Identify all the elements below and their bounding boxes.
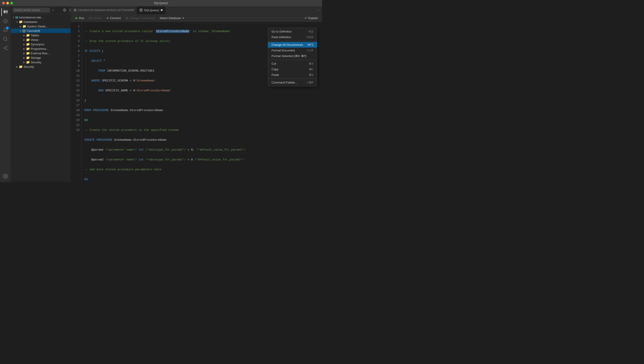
ctx-copy[interactable]: Copy ⌘C	[268, 67, 317, 72]
chevron-down-icon: ▼	[19, 29, 22, 33]
tree-synonyms-label: Synonyms	[31, 43, 44, 46]
add-server-button[interactable]	[56, 8, 60, 12]
tree-item-storage[interactable]: ▶ 📁 Storage	[11, 56, 71, 60]
change-connection-icon	[125, 17, 128, 20]
tree-databases-label: Databases	[24, 20, 38, 24]
close-search-button[interactable]: ×	[52, 8, 54, 12]
tree-item-databases[interactable]: ▼ 📁 Databases	[11, 20, 71, 24]
run-button[interactable]: Run	[73, 16, 86, 21]
tree-system-db-label: System Datab...	[27, 25, 48, 28]
explain-button[interactable]: Explain	[302, 16, 320, 21]
select-database-dropdown[interactable]: Select Database	[158, 16, 186, 21]
titlebar: SQLQuery1	[0, 0, 322, 6]
sidebar-item-history[interactable]	[1, 17, 10, 25]
svg-rect-16	[16, 18, 18, 19]
tree-item-tutorialdb[interactable]: ▼ TutorialDB	[11, 29, 71, 33]
ctx-go-to-definition[interactable]: Go to Definition F12	[268, 29, 317, 34]
sidebar-item-server[interactable]	[1, 8, 10, 16]
svg-line-6	[6, 40, 7, 41]
svg-point-8	[4, 48, 4, 49]
svg-point-5	[3, 37, 7, 41]
tree-item-system-db[interactable]: ▶ 📁 System Datab...	[11, 24, 71, 29]
traffic-lights	[2, 2, 13, 5]
chevron-right-icon: ▶	[22, 47, 26, 51]
chevron-right-icon: ▶	[15, 65, 19, 69]
chevron-right-icon: ▶	[22, 60, 26, 64]
close-button[interactable]	[2, 2, 5, 5]
ctx-format-document[interactable]: Format Document ⌥⇧F	[268, 48, 317, 53]
connect-toolbar-button[interactable]: Connect	[104, 16, 122, 21]
tab-bar: tutorialserver.database.windows.net:Tuto…	[71, 6, 322, 14]
tree-tutorialdb-label: TutorialDB	[26, 29, 40, 33]
svg-point-12	[5, 175, 6, 177]
activity-bar: 1	[0, 6, 11, 182]
minimize-button[interactable]	[6, 2, 9, 5]
tree-item-security-child[interactable]: ▶ 📁 Security	[11, 60, 71, 64]
sidebar-item-notifications[interactable]: 1	[1, 26, 10, 34]
chevron-down-icon: ▼	[12, 16, 15, 19]
ctx-paste[interactable]: Paste ⌘V	[268, 72, 317, 78]
settings-icon[interactable]	[1, 172, 10, 180]
tree-item-server[interactable]: ▼ tutorialserver.dat...	[11, 15, 71, 20]
sidebar-header: ×	[11, 6, 71, 14]
chevron-right-icon: ▶	[22, 51, 26, 55]
tree-item-tables[interactable]: ▶ 📁 Tables	[11, 33, 71, 38]
svg-line-11	[4, 47, 6, 48]
ctx-cut[interactable]: Cut ⌘X	[268, 61, 317, 67]
svg-rect-15	[16, 16, 18, 17]
connection-info: tutorialserver.database.windows.net:Tuto…	[71, 6, 137, 14]
tree-storage-label: Storage	[31, 56, 41, 60]
line-numbers: 12345 678910 1112131415 1617181920 2122	[71, 22, 82, 182]
editor-toolbar: Run Cancel Connect Change Connection Sel…	[71, 14, 322, 22]
app-layout: 1 ×	[0, 6, 322, 182]
tree-item-views[interactable]: ▶ 📁 Views	[11, 38, 71, 42]
search-input[interactable]	[12, 8, 50, 13]
svg-point-17	[23, 30, 25, 31]
tree-item-synonyms[interactable]: ▶ 📁 Synonyms	[11, 42, 71, 47]
chevron-right-icon: ▶	[22, 38, 26, 42]
chevron-right-icon: ▶	[22, 34, 26, 37]
active-tab[interactable]: SQLQuery1	[137, 6, 166, 14]
change-connection-button[interactable]: Change Connection	[124, 16, 157, 21]
cancel-button[interactable]: Cancel	[87, 16, 103, 21]
connect-icon	[106, 17, 109, 20]
maximize-button[interactable]	[10, 2, 13, 5]
ctx-format-selection[interactable]: Format Selection [⌘K ⌘F]	[268, 53, 317, 59]
run-icon	[75, 17, 78, 20]
tree-external-res-label: External Res...	[31, 52, 50, 55]
context-menu: Go to Definition F12 Peek Definition ⌥F1…	[268, 28, 317, 86]
svg-rect-25	[89, 17, 91, 19]
more-tabs-button[interactable]: ···	[314, 8, 322, 12]
connection-label: tutorialserver.database.windows.net:Tuto…	[78, 9, 134, 12]
svg-marker-24	[76, 17, 78, 19]
ctx-change-all-occurrences[interactable]: Change All Occurrences ⌘F2	[268, 42, 317, 48]
svg-point-7	[6, 46, 7, 47]
tree-item-external-resources[interactable]: ▶ 📁 External Res...	[11, 51, 71, 56]
disconnect-button[interactable]	[62, 8, 67, 12]
chevron-right-icon: ▶	[19, 25, 22, 28]
svg-point-3	[4, 12, 5, 13]
svg-line-10	[4, 48, 6, 49]
ctx-peek-definition[interactable]: Peek Definition ⌥F12	[268, 34, 317, 40]
svg-point-2	[4, 11, 5, 11]
sidebar: × ▼ tutorialserver.dat...	[11, 6, 71, 182]
tree-tables-label: Tables	[31, 34, 39, 37]
chevron-down-icon	[182, 17, 184, 20]
tree-server-label: tutorialserver.dat...	[19, 16, 43, 19]
tree-item-security-root[interactable]: ▶ 📁 Security	[11, 64, 71, 69]
sidebar-item-search[interactable]	[1, 35, 10, 43]
tree-item-programmability[interactable]: ▶ 📁 Programma...	[11, 47, 71, 51]
sidebar-item-git[interactable]	[1, 44, 10, 52]
chevron-down-icon: ▼	[15, 20, 19, 24]
tree-programma-label: Programma...	[31, 47, 48, 51]
editor-area: tutorialserver.database.windows.net:Tuto…	[71, 6, 322, 182]
ctx-separator-2	[268, 60, 317, 60]
explain-icon	[304, 17, 308, 20]
ctx-command-palette[interactable]: Command Palette... ⇧⌘P	[268, 80, 317, 85]
chevron-right-icon: ▶	[22, 56, 26, 60]
tab-label: SQLQuery1	[144, 9, 160, 12]
notification-badge: 1	[6, 27, 9, 30]
ctx-separator-1	[268, 41, 317, 41]
ctx-separator-3	[268, 79, 317, 79]
cancel-icon	[89, 17, 92, 20]
